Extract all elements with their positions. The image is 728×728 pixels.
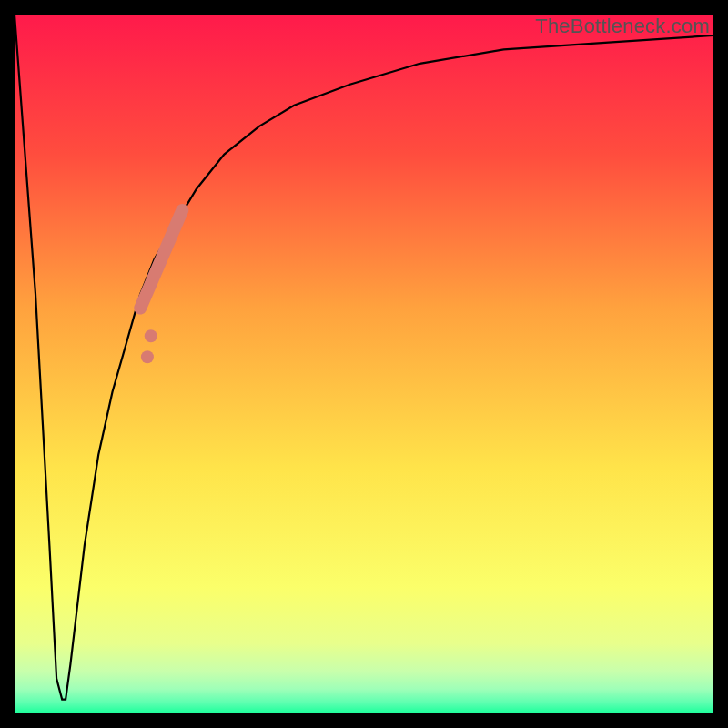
highlight-dots xyxy=(141,329,157,363)
plot-area: TheBottleneck.com xyxy=(15,15,713,713)
highlight-dot xyxy=(141,350,154,363)
highlight-dot xyxy=(145,329,157,342)
chart-frame: TheBottleneck.com xyxy=(0,0,728,728)
curve-layer xyxy=(15,15,713,713)
bottleneck-curve xyxy=(15,15,713,700)
highlight-segment xyxy=(140,210,182,308)
